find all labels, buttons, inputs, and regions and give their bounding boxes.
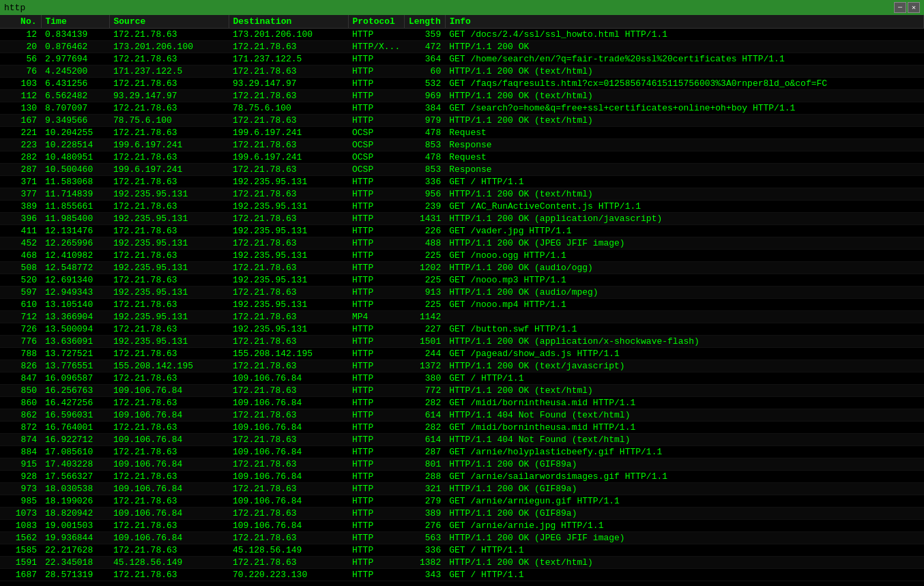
table-cell: 847 [0, 372, 41, 385]
table-cell: 173.201.206.100 [109, 41, 229, 53]
table-cell: 76 [0, 65, 41, 78]
table-cell: 508 [0, 262, 41, 274]
table-row[interactable]: 59712.949343192.235.95.131172.21.78.63HT… [0, 287, 924, 299]
table-cell: 192.235.95.131 [229, 299, 348, 311]
table-row[interactable]: 50812.548772192.235.95.131172.21.78.63HT… [0, 262, 924, 274]
table-row[interactable]: 28210.480951172.21.78.63199.6.197.241OCS… [0, 151, 924, 164]
table-cell: 155.208.142.195 [109, 360, 229, 372]
table-row[interactable]: 97318.030538109.106.76.84172.21.78.63HTT… [0, 483, 924, 495]
table-row[interactable]: 61013.105140172.21.78.63192.235.95.131HT… [0, 299, 924, 311]
table-cell: 172.21.78.63 [229, 557, 348, 569]
table-row[interactable]: 86216.596031109.106.76.84172.21.78.63HTT… [0, 409, 924, 422]
table-row[interactable]: 87216.764001172.21.78.63109.106.76.84HTT… [0, 422, 924, 434]
table-cell: 192.235.95.131 [109, 287, 229, 299]
table-cell: 384 [404, 102, 445, 115]
table-cell: 1562 [0, 532, 41, 544]
table-row[interactable]: 156219.936844109.106.76.84172.21.78.63HT… [0, 532, 924, 544]
table-row[interactable]: 72613.500094172.21.78.63192.235.95.131HT… [0, 323, 924, 336]
table-cell: 12.131476 [41, 225, 109, 237]
table-row[interactable]: 91517.403228109.106.76.84172.21.78.63HTT… [0, 458, 924, 471]
table-cell: GET /AC_RunActiveContent.js HTTP/1.1 [445, 201, 923, 213]
table-row[interactable]: 107318.820942109.106.76.84172.21.78.63HT… [0, 508, 924, 520]
table-cell: 872 [0, 422, 41, 434]
table-row[interactable]: 1679.34956678.75.6.100172.21.78.63HTTP97… [0, 115, 924, 127]
table-cell: MP4 [348, 311, 404, 323]
table-cell: 610 [0, 299, 41, 311]
table-cell: 172.21.78.63 [229, 41, 348, 53]
table-cell: HTTP [348, 287, 404, 299]
table-row[interactable]: 78813.727521172.21.78.63155.208.142.195H… [0, 348, 924, 360]
table-cell: 172.21.78.63 [229, 336, 348, 348]
table-cell: 614 [404, 434, 445, 446]
table-row[interactable]: 37111.583068172.21.78.63192.235.95.131HT… [0, 176, 924, 188]
table-cell: 12.949343 [41, 287, 109, 299]
table-cell: 520 [0, 274, 41, 287]
table-cell: 532 [404, 78, 445, 90]
table-row[interactable]: 84716.096587172.21.78.63109.106.76.84HTT… [0, 372, 924, 385]
table-cell: 16.922712 [41, 434, 109, 446]
table-row[interactable]: 168728.571319172.21.78.6370.220.223.130H… [0, 569, 924, 581]
table-row[interactable]: 1036.431256172.21.78.6393.29.147.97HTTP5… [0, 78, 924, 90]
table-row[interactable]: 1308.707097172.21.78.6378.75.6.100HTTP38… [0, 102, 924, 115]
table-row[interactable]: 37711.714839192.235.95.131172.21.78.63HT… [0, 188, 924, 201]
table-cell: OCSP [348, 151, 404, 164]
table-row[interactable]: 82613.776551155.208.142.195172.21.78.63H… [0, 360, 924, 372]
table-cell: 371 [0, 176, 41, 188]
table-row[interactable]: 22110.204255172.21.78.63199.6.197.241OCS… [0, 127, 924, 139]
table-cell: 1142 [404, 311, 445, 323]
table-cell: 6.431256 [41, 78, 109, 90]
table-row[interactable]: 22310.228514199.6.197.241172.21.78.63OCS… [0, 139, 924, 151]
table-cell: 13.727521 [41, 348, 109, 360]
close-button[interactable]: ✕ [908, 2, 920, 13]
table-row[interactable]: 1126.56248293.29.147.97172.21.78.63HTTP9… [0, 90, 924, 102]
table-cell: HTTP [348, 495, 404, 508]
table-cell: 109.106.76.84 [109, 458, 229, 471]
table-cell: 956 [404, 188, 445, 201]
table-cell: 172.21.78.63 [229, 434, 348, 446]
table-row[interactable]: 86016.427256172.21.78.63109.106.76.84HTT… [0, 397, 924, 409]
table-row[interactable]: 764.245200171.237.122.5172.21.78.63HTTP6… [0, 65, 924, 78]
table-cell: 913 [404, 287, 445, 299]
table-cell: HTTP [348, 360, 404, 372]
table-cell: 282 [0, 151, 41, 164]
table-cell: 172.21.78.63 [109, 569, 229, 581]
table-row[interactable]: 92817.566327172.21.78.63109.106.76.84HTT… [0, 471, 924, 483]
table-cell: 276 [404, 520, 445, 532]
table-cell: OCSP [348, 164, 404, 176]
table-cell: 199.6.197.241 [109, 164, 229, 176]
title-bar-controls[interactable]: ─ ✕ [894, 2, 920, 13]
table-cell: HTTP [348, 323, 404, 336]
table-row[interactable]: 41112.131476172.21.78.63192.235.95.131HT… [0, 225, 924, 237]
table-cell: 172.21.78.63 [109, 471, 229, 483]
table-cell: 109.106.76.84 [229, 446, 348, 458]
table-row[interactable]: 71213.366904192.235.95.131172.21.78.63MP… [0, 311, 924, 323]
table-row[interactable]: 108319.001503172.21.78.63109.106.76.84HT… [0, 520, 924, 532]
table-cell: HTTP/1.1 200 OK (text/html) [445, 65, 923, 78]
table-row[interactable]: 52012.691340172.21.78.63192.235.95.131HT… [0, 274, 924, 287]
table-row[interactable]: 38911.855661172.21.78.63192.235.95.131HT… [0, 201, 924, 213]
table-cell: 0.876462 [41, 41, 109, 53]
table-row[interactable]: 562.977694172.21.78.63171.237.122.5HTTP3… [0, 53, 924, 65]
table-row[interactable]: 39611.985400192.235.95.131172.21.78.63HT… [0, 213, 924, 225]
table-row[interactable]: 85016.256763109.106.76.84172.21.78.63HTT… [0, 385, 924, 397]
table-cell: 1073 [0, 508, 41, 520]
minimize-button[interactable]: ─ [894, 2, 906, 13]
table-row[interactable]: 159122.34501845.128.56.149172.21.78.63HT… [0, 557, 924, 569]
table-cell: 192.235.95.131 [109, 237, 229, 250]
table-row[interactable]: 200.876462173.201.206.100172.21.78.63HTT… [0, 41, 924, 53]
table-cell: HTTP [348, 225, 404, 237]
table-row[interactable]: 120.834139172.21.78.63173.201.206.100HTT… [0, 29, 924, 41]
table-cell: 109.106.76.84 [229, 520, 348, 532]
table-row[interactable]: 77613.636091192.235.95.131172.21.78.63HT… [0, 336, 924, 348]
table-cell: 172.21.78.63 [109, 544, 229, 557]
table-row[interactable]: 87416.922712109.106.76.84172.21.78.63HTT… [0, 434, 924, 446]
table-row[interactable]: 88417.085610172.21.78.63109.106.76.84HTT… [0, 446, 924, 458]
table-cell: HTTP [348, 385, 404, 397]
table-row[interactable]: 45212.265996192.235.95.131172.21.78.63HT… [0, 237, 924, 250]
table-row[interactable]: 46812.410982172.21.78.63192.235.95.131HT… [0, 250, 924, 262]
table-cell: 19.001503 [41, 520, 109, 532]
table-row[interactable]: 158522.217628172.21.78.6345.128.56.149HT… [0, 544, 924, 557]
table-cell: GET /nooo.mp3 HTTP/1.1 [445, 274, 923, 287]
table-row[interactable]: 28710.500460199.6.197.241172.21.78.63OCS… [0, 164, 924, 176]
table-row[interactable]: 98518.199026172.21.78.63109.106.76.84HTT… [0, 495, 924, 508]
